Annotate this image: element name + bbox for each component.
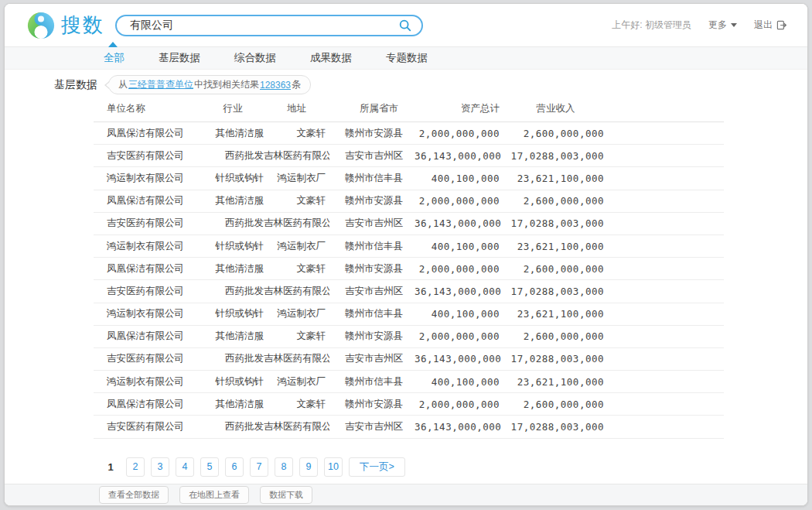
source-link[interactable]: 三经普普查单位 bbox=[128, 78, 193, 91]
chevron-down-icon bbox=[731, 23, 737, 27]
cell-industry: 西药批发 bbox=[202, 217, 264, 230]
cell-revenue: 17,0288,003,000 bbox=[503, 286, 608, 297]
page-button-5[interactable]: 5 bbox=[200, 457, 219, 477]
column-header-address: 地址 bbox=[264, 102, 329, 115]
table-row[interactable]: 凤凰保洁有限公司其他清洁服文豪轩赣州市安源县2,000,000,0002,600… bbox=[94, 258, 724, 280]
cell-assets: 36,143,000,000 bbox=[415, 286, 503, 297]
cell-revenue: 2,600,000,000 bbox=[503, 330, 608, 342]
table-row[interactable]: 吉安医药有限公司西药批发吉林医药有限公司吉安市吉州区36,143,000,000… bbox=[94, 145, 724, 167]
table-row[interactable]: 吉安医药有限公司西药批发吉林医药有限公司吉安市吉州区36,143,000,000… bbox=[94, 213, 724, 235]
cell-address: 吉林医药有限公司 bbox=[264, 352, 329, 365]
table-row[interactable]: 鸿运制衣有限公司针织或钩针鸿运制衣厂赣州市信丰县400,100,00023,62… bbox=[94, 371, 724, 393]
cell-revenue: 2,600,000,000 bbox=[503, 399, 608, 410]
table-row[interactable]: 鸿运制衣有限公司针织或钩针鸿运制衣厂赣州市信丰县400,100,00023,62… bbox=[94, 303, 724, 326]
table-row[interactable]: 凤凰保洁有限公司其他清洁服文豪轩赣州市安源县2,000,000,0002,600… bbox=[94, 393, 724, 416]
logout-button[interactable]: 退出 bbox=[754, 19, 787, 32]
cell-region: 吉安市吉州区 bbox=[329, 420, 415, 433]
search-input[interactable] bbox=[130, 19, 397, 32]
result-suffix: 条 bbox=[292, 78, 301, 91]
page-button-9[interactable]: 9 bbox=[299, 457, 318, 477]
cell-name: 凤凰保洁有限公司 bbox=[94, 398, 202, 411]
cell-name: 凤凰保洁有限公司 bbox=[94, 330, 202, 343]
cell-region: 赣州市安源县 bbox=[329, 127, 415, 140]
cell-address: 文豪轩 bbox=[264, 194, 329, 207]
cell-assets: 36,143,000,000 bbox=[415, 353, 503, 365]
table-row[interactable]: 鸿运制衣有限公司针织或钩针鸿运制衣厂赣州市信丰县400,100,00023,62… bbox=[94, 167, 724, 190]
table-row[interactable]: 鸿运制衣有限公司针织或钩针鸿运制衣厂赣州市信丰县400,100,00023,62… bbox=[94, 235, 724, 258]
page-button-2[interactable]: 2 bbox=[126, 457, 145, 477]
table-body: 凤凰保洁有限公司其他清洁服文豪轩赣州市安源县2,000,000,0002,600… bbox=[94, 122, 724, 439]
cell-region: 赣州市信丰县 bbox=[329, 375, 415, 388]
logout-icon bbox=[776, 20, 787, 30]
header: 搜数 上午好: 初级管理员 更多 退出 bbox=[5, 4, 807, 46]
cell-assets: 36,143,000,000 bbox=[415, 150, 503, 162]
cell-name: 鸿运制衣有限公司 bbox=[94, 307, 202, 320]
cell-region: 吉安市吉州区 bbox=[329, 217, 415, 230]
greeting-text: 上午好: 初级管理员 bbox=[612, 19, 691, 32]
page-button-4[interactable]: 4 bbox=[176, 457, 194, 477]
cell-industry: 西药批发 bbox=[202, 285, 264, 298]
cell-assets: 2,000,000,000 bbox=[415, 263, 503, 275]
column-header-industry: 行业 bbox=[202, 102, 264, 115]
cell-industry: 其他清洁服 bbox=[202, 330, 264, 343]
cell-assets: 400,100,000 bbox=[415, 241, 503, 252]
view-on-map-button[interactable]: 在地图上查看 bbox=[179, 486, 249, 504]
table-header-row: 单位名称 行业 地址 所属省市 资产总计 营业收入 bbox=[94, 96, 724, 122]
cell-industry: 其他清洁服 bbox=[202, 127, 264, 140]
tab-result-data[interactable]: 成果数据 bbox=[310, 51, 352, 65]
cell-name: 凤凰保洁有限公司 bbox=[94, 262, 202, 276]
cell-region: 吉安市吉州区 bbox=[329, 149, 415, 163]
footer-toolbar: 查看全部数据在地图上查看数据下载 bbox=[5, 484, 807, 505]
cell-assets: 400,100,000 bbox=[415, 376, 503, 388]
app-logo[interactable]: 搜数 bbox=[26, 11, 104, 40]
table-row[interactable]: 吉安医药有限公司西药批发吉林医药有限公司吉安市吉州区36,143,000,000… bbox=[94, 280, 724, 303]
page-list: 2345678910 bbox=[126, 457, 343, 477]
cell-revenue: 23,621,100,000 bbox=[503, 308, 608, 320]
cell-industry: 针织或钩针 bbox=[202, 172, 264, 185]
column-header-unit-name: 单位名称 bbox=[94, 102, 202, 115]
cell-revenue: 23,621,100,000 bbox=[503, 173, 608, 184]
table-row[interactable]: 吉安医药有限公司西药批发吉林医药有限公司吉安市吉州区36,143,000,000… bbox=[94, 416, 724, 438]
download-data-button[interactable]: 数据下载 bbox=[260, 486, 312, 504]
logout-label: 退出 bbox=[754, 19, 773, 32]
tab-topic-data[interactable]: 专题数据 bbox=[386, 51, 428, 65]
page-button-10[interactable]: 10 bbox=[324, 457, 343, 477]
cell-revenue: 23,621,100,000 bbox=[503, 241, 608, 252]
cell-region: 赣州市安源县 bbox=[329, 262, 415, 276]
app-window: 搜数 上午好: 初级管理员 更多 退出 bbox=[4, 3, 808, 506]
table-row[interactable]: 凤凰保洁有限公司其他清洁服文豪轩赣州市安源县2,000,000,0002,600… bbox=[94, 190, 724, 213]
tab-base-data[interactable]: 基层数据 bbox=[159, 51, 200, 65]
active-tab-indicator-icon bbox=[108, 42, 118, 47]
table-row[interactable]: 凤凰保洁有限公司其他清洁服文豪轩赣州市安源县2,000,000,0002,600… bbox=[94, 122, 724, 145]
table-row[interactable]: 凤凰保洁有限公司其他清洁服文豪轩赣州市安源县2,000,000,0002,600… bbox=[94, 326, 724, 348]
next-page-button[interactable]: 下一页> bbox=[349, 457, 405, 477]
cell-revenue: 17,0288,003,000 bbox=[503, 353, 608, 365]
page-button-7[interactable]: 7 bbox=[250, 457, 268, 477]
cell-industry: 西药批发 bbox=[202, 352, 264, 365]
cell-address: 文豪轩 bbox=[264, 398, 329, 411]
cell-name: 吉安医药有限公司 bbox=[94, 217, 202, 230]
cell-address: 鸿运制衣厂 bbox=[264, 240, 329, 253]
cell-name: 吉安医药有限公司 bbox=[94, 352, 202, 365]
tab-composite-data[interactable]: 综合数据 bbox=[234, 51, 276, 65]
cell-revenue: 17,0288,003,000 bbox=[503, 150, 608, 162]
view-all-data-button[interactable]: 查看全部数据 bbox=[99, 486, 169, 504]
table-row[interactable]: 吉安医药有限公司西药批发吉林医药有限公司吉安市吉州区36,143,000,000… bbox=[94, 348, 724, 371]
more-menu[interactable]: 更多 bbox=[708, 19, 737, 32]
cell-name: 凤凰保洁有限公司 bbox=[94, 127, 202, 140]
cell-industry: 其他清洁服 bbox=[202, 194, 264, 207]
cell-assets: 2,000,000,000 bbox=[415, 399, 503, 410]
page-button-6[interactable]: 6 bbox=[225, 457, 244, 477]
result-middle: 中找到相关结果 bbox=[194, 78, 259, 91]
cell-industry: 针织或钩针 bbox=[202, 240, 264, 253]
cell-region: 吉安市吉州区 bbox=[329, 352, 415, 365]
page-button-8[interactable]: 8 bbox=[275, 457, 293, 477]
app-title: 搜数 bbox=[61, 12, 104, 39]
page-button-3[interactable]: 3 bbox=[151, 457, 169, 477]
cell-assets: 36,143,000,000 bbox=[415, 421, 503, 433]
cell-address: 文豪轩 bbox=[264, 262, 329, 276]
cell-industry: 针织或钩针 bbox=[202, 307, 264, 320]
tab-all[interactable]: 全部 bbox=[104, 51, 125, 65]
result-count-link[interactable]: 128363 bbox=[260, 80, 291, 91]
search-icon[interactable] bbox=[397, 17, 414, 34]
